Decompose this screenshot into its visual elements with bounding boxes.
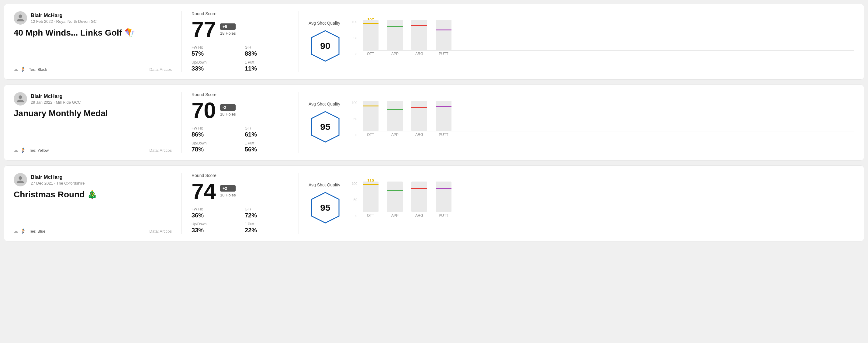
round-score-label: Round Score <box>191 92 289 97</box>
round-card: Blair McHarg 27 Dec 2021 · The Oxfordshi… <box>4 165 864 242</box>
bar-axis-label: OTT <box>363 52 378 56</box>
chart-bar-group: 99 <box>436 101 452 131</box>
tee-info: ☁ 🏌 Tee: Black <box>14 67 47 72</box>
chart-bar-group: 107 <box>363 20 378 50</box>
tee-label: Tee: Black <box>29 67 47 72</box>
bar-fill <box>387 26 403 50</box>
oneputt-label: 1 Putt <box>245 141 289 145</box>
chart-bar-group: 98 <box>411 20 427 50</box>
bar-bg <box>411 20 427 50</box>
quality-left: Avg Shot Quality 90 <box>309 21 342 63</box>
bar-bg <box>387 20 403 50</box>
updown-value: 33% <box>191 227 236 234</box>
user-date: 27 Dec 2021 · The Oxfordshire <box>31 181 85 186</box>
stats-grid: FW Hit 36% GIR 72% Up/Down 33% 1 Putt 22… <box>191 207 289 234</box>
score-holes: 18 Holes <box>220 31 236 36</box>
chart-bar-group: 96 <box>411 101 427 131</box>
chart-bar-group: 95 <box>387 20 403 50</box>
chart-bar-group: 82 <box>436 20 452 50</box>
avatar <box>14 92 27 105</box>
gir-value: 72% <box>245 212 289 219</box>
stats-grid: FW Hit 57% GIR 83% Up/Down 33% 1 Putt 11… <box>191 45 289 72</box>
chart-bar-group: 101 <box>363 101 378 131</box>
user-details: Blair McHarg 27 Dec 2021 · The Oxfordshi… <box>31 174 85 186</box>
hexagon-container: 90 <box>309 29 342 63</box>
data-source: Data: Arccos <box>149 148 172 153</box>
gir-label: GIR <box>245 126 289 130</box>
chart-bar-group: 87 <box>387 182 403 212</box>
score-badge: +2 18 Holes <box>220 185 236 197</box>
oneputt-label: 1 Putt <box>245 222 289 226</box>
user-name: Blair McHarg <box>31 174 85 180</box>
bar-fill <box>363 184 378 212</box>
bar-bg <box>363 101 378 131</box>
bar-axis-label: PUTT <box>436 132 452 137</box>
bar-fill <box>387 190 403 212</box>
updown-label: Up/Down <box>191 222 236 226</box>
score-row: 70 -2 18 Holes <box>191 99 289 121</box>
fw-hit-value: 86% <box>191 131 236 138</box>
tee-info: ☁ 🏌 Tee: Blue <box>14 228 45 234</box>
fw-hit-stat: FW Hit 86% <box>191 126 236 138</box>
chart-bar-group: 86 <box>387 101 403 131</box>
bar-axis-label: ARG <box>411 132 427 137</box>
fw-hit-value: 57% <box>191 50 236 57</box>
bar-bg <box>411 101 427 131</box>
user-icon <box>16 176 25 184</box>
stats-section: Round Score 70 -2 18 Holes FW Hit 86% GI… <box>191 92 289 153</box>
score-holes: 18 Holes <box>220 193 236 197</box>
hexagon-container: 95 <box>309 191 342 224</box>
tee-bag-icon: 🏌 <box>21 67 26 72</box>
bar-axis-label: ARG <box>411 214 427 218</box>
avatar <box>14 11 27 25</box>
card-left: Blair McHarg 12 Feb 2022 · Royal North D… <box>14 11 172 72</box>
user-info: Blair McHarg 12 Feb 2022 · Royal North D… <box>14 11 172 25</box>
bar-axis-label: ARG <box>411 52 427 56</box>
score-number: 77 <box>191 19 216 40</box>
bar-fill <box>411 188 427 212</box>
user-name: Blair McHarg <box>31 93 81 99</box>
fw-hit-label: FW Hit <box>191 126 236 130</box>
bar-bg <box>436 182 452 212</box>
bar-axis-label: OTT <box>363 214 378 218</box>
quality-label: Avg Shot Quality <box>309 182 340 187</box>
gir-stat: GIR 72% <box>245 207 289 219</box>
bar-axis-label: PUTT <box>436 214 452 218</box>
gir-value: 83% <box>245 50 289 57</box>
score-badge: +5 18 Holes <box>220 23 236 36</box>
hex-score: 95 <box>320 202 330 213</box>
bar-fill <box>411 107 427 131</box>
y-label-100: 100 <box>352 101 357 104</box>
quality-label: Avg Shot Quality <box>309 101 340 106</box>
quality-left: Avg Shot Quality 95 <box>309 182 342 224</box>
score-row: 77 +5 18 Holes <box>191 19 289 40</box>
updown-stat: Up/Down 33% <box>191 60 236 72</box>
chart-bar-group: 93 <box>436 182 452 212</box>
score-badge: -2 18 Holes <box>220 104 236 117</box>
round-card: Blair McHarg 29 Jan 2022 · Mill Ride GCC… <box>4 85 864 161</box>
tee-label: Tee: Yellow <box>29 148 49 153</box>
divider-1 <box>182 11 182 72</box>
tee-label: Tee: Blue <box>29 229 45 233</box>
updown-stat: Up/Down 78% <box>191 141 236 153</box>
stats-grid: FW Hit 86% GIR 61% Up/Down 78% 1 Putt 56… <box>191 126 289 153</box>
quality-label: Avg Shot Quality <box>309 21 340 26</box>
bar-axis-label: APP <box>387 214 403 218</box>
bar-fill <box>411 25 427 50</box>
user-info: Blair McHarg 29 Jan 2022 · Mill Ride GCC <box>14 92 172 105</box>
stats-section: Round Score 74 +2 18 Holes FW Hit 36% GI… <box>191 173 289 234</box>
round-title: Christmas Round 🎄 <box>14 189 172 199</box>
updown-value: 33% <box>191 65 236 72</box>
user-icon <box>16 14 25 22</box>
hex-score: 90 <box>320 41 330 51</box>
updown-label: Up/Down <box>191 60 236 64</box>
y-label-50: 50 <box>353 117 357 121</box>
fw-hit-label: FW Hit <box>191 45 236 50</box>
bar-fill <box>363 105 378 131</box>
avatar <box>14 173 27 186</box>
card-left: Blair McHarg 27 Dec 2021 · The Oxfordshi… <box>14 173 172 234</box>
tee-bag-icon: 🏌 <box>21 228 26 234</box>
updown-label: Up/Down <box>191 141 236 145</box>
oneputt-stat: 1 Putt 22% <box>245 222 289 234</box>
y-label-0: 0 <box>355 133 357 137</box>
